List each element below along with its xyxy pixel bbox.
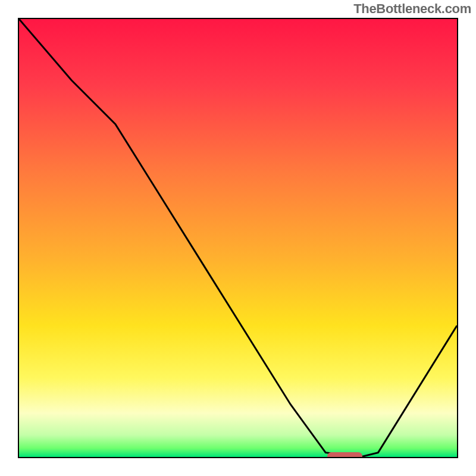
watermark-text: TheBottleneck.com bbox=[353, 1, 471, 17]
plot-area bbox=[18, 18, 458, 458]
chart-container: TheBottleneck.com bbox=[0, 0, 476, 476]
bottleneck-curve bbox=[19, 19, 457, 457]
optimal-range-marker bbox=[327, 452, 362, 458]
